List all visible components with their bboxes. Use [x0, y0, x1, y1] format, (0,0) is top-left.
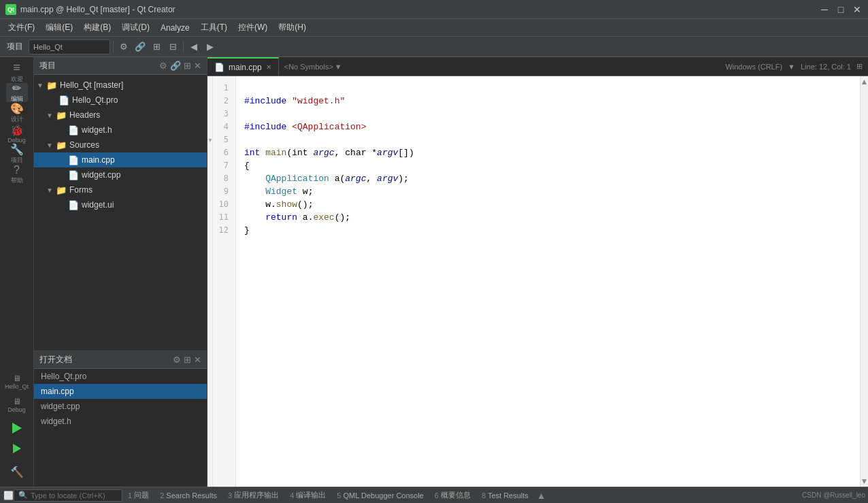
tree-item-hello-qt-root[interactable]: ▼ 📁 Hello_Qt [master] [34, 78, 207, 93]
tab-info: Windows (CRLF) ▼ Line: 12, Col: 1 ⊞ [720, 57, 868, 76]
doc-item-widget-h[interactable]: widget.h [34, 414, 207, 429]
run-icon [12, 423, 22, 434]
edit-icon: ✏ [12, 82, 21, 95]
debug-label: Debug [7, 137, 26, 144]
tree-item-widget-ui[interactable]: 📄 widget.ui [34, 197, 207, 212]
tree-label-forms: Forms [69, 185, 93, 195]
locate-input[interactable] [31, 491, 112, 500]
tree-arrow-root: ▼ [37, 82, 46, 89]
locate-input-container[interactable]: 🔍 [14, 489, 122, 502]
tree-arrow-sources: ▼ [46, 142, 56, 149]
bottom-tab-issues[interactable]: 1 问题 [122, 488, 154, 503]
menu-build[interactable]: 构建(B) [78, 20, 116, 35]
bottom-tab-overview[interactable]: 6 概要信息 [429, 488, 476, 503]
tree-item-widget-h[interactable]: 📄 widget.h [34, 123, 207, 137]
line-num-6: 6 [216, 146, 233, 159]
folder-icon-root: 📁 [46, 80, 57, 91]
line-num-3: 3 [216, 108, 233, 120]
menu-debug[interactable]: 调试(D) [116, 20, 155, 35]
bottom-tab-app-output[interactable]: 3 应用程序输出 [222, 488, 284, 503]
sync-button[interactable]: 🔗 [133, 39, 148, 54]
symbol-selector[interactable]: <No Symbols> ▼ [279, 57, 720, 76]
bottom-tab-qml-debugger[interactable]: 5 QML Debugger Console [331, 488, 429, 503]
sidebar-item-debug-run[interactable]: 🖥 Debug [6, 395, 28, 415]
menu-file[interactable]: 文件(F) [3, 20, 40, 35]
menu-tools[interactable]: 工具(T) [195, 20, 233, 35]
tree-item-sources[interactable]: ▼ 📁 Sources [34, 137, 207, 152]
tree-arrow-forms: ▼ [46, 186, 56, 194]
sidebar-item-hello-qt[interactable]: 🖥 Hello_Qt [6, 372, 28, 391]
open-docs-add-btn[interactable]: ⊞ [184, 355, 191, 365]
maximize-button[interactable]: □ [835, 4, 846, 15]
run-button[interactable] [6, 419, 28, 438]
menu-edit[interactable]: 编辑(E) [40, 20, 78, 35]
design-icon: 🎨 [10, 102, 24, 115]
hello-qt-icon: 🖥 [13, 374, 21, 383]
project-selector[interactable]: Hello_Qt [29, 39, 110, 54]
tree-item-main-cpp[interactable]: 📄 main.cpp [34, 152, 207, 167]
tree-item-hello-qt-pro[interactable]: 📄 Hello_Qt.pro [34, 93, 207, 108]
tree-label-widget-cpp: widget.cpp [82, 170, 120, 180]
sidebar-item-design[interactable]: 🎨 设计 [6, 103, 28, 123]
sidebar-item-edit[interactable]: ✏ 编辑 [6, 83, 28, 102]
open-docs-filter-btn[interactable]: ⚙ [173, 355, 181, 365]
tab-main-cpp[interactable]: 📄 main.cpp ✕ [207, 57, 279, 76]
file-icon-widget-cpp: 📄 [68, 170, 79, 180]
build-button[interactable]: 🔨 [6, 462, 28, 481]
line-num-11: 11 [216, 211, 233, 224]
tree-arrow-headers: ▼ [46, 112, 56, 119]
sidebar-item-projects[interactable]: 🔧 项目 [6, 144, 28, 163]
code-line-12 [244, 238, 250, 248]
tree-item-headers[interactable]: ▼ 📁 Headers [34, 108, 207, 123]
bottom-tab-test-results[interactable]: 8 Test Results [476, 488, 534, 503]
bottom-panel-toggle[interactable]: ⬜ [3, 490, 14, 501]
code-content[interactable]: #include "widget.h" #include <QApplicati… [236, 76, 860, 487]
editor-vscrollbar[interactable]: ▲ ▼ [860, 76, 868, 487]
bottom-more-btn[interactable]: ▲ [537, 490, 546, 501]
close-button[interactable]: ✕ [852, 4, 863, 15]
project-filter-btn[interactable]: ⚙ [159, 61, 167, 71]
open-docs-panel: 打开文档 ⚙ ⊞ ✕ Hello_Qt.pro main.cpp widget.… [34, 351, 207, 487]
sidebar-item-debug[interactable]: 🐞 Debug [6, 124, 28, 143]
symbol-dropdown-icon: ▼ [335, 63, 342, 71]
project-add-btn[interactable]: ⊞ [184, 61, 191, 71]
editor-area: 📄 main.cpp ✕ <No Symbols> ▼ Windows (CRL… [207, 57, 868, 487]
project-sync-btn[interactable]: 🔗 [170, 61, 181, 71]
doc-item-main-cpp[interactable]: main.cpp [34, 384, 207, 399]
main-area: ≡ 欢迎 ✏ 编辑 🎨 设计 🐞 Debug 🔧 项目 ? 帮助 🖥 Hello… [0, 57, 868, 487]
bottom-tab-compile-output[interactable]: 4 编译输出 [284, 488, 331, 503]
tree-label-headers: Headers [69, 110, 100, 120]
tree-item-forms[interactable]: ▼ 📁 Forms [34, 182, 207, 197]
menu-controls[interactable]: 控件(W) [233, 20, 273, 35]
sidebar-item-welcome[interactable]: ≡ 欢迎 [6, 63, 28, 82]
debug-run-button[interactable] [6, 439, 28, 458]
add-subproject-button[interactable]: ⊞ [149, 39, 164, 54]
tree-label-main-cpp: main.cpp [82, 155, 115, 165]
open-docs-close-btn[interactable]: ✕ [194, 355, 201, 365]
sidebar-item-help[interactable]: ? 帮助 [6, 165, 28, 184]
menu-analyze[interactable]: Analyze [155, 22, 195, 34]
line-num-7: 7 [216, 159, 233, 172]
menu-help[interactable]: 帮助(H) [273, 20, 312, 35]
window-title: main.cpp @ Hello_Qt [master] - Qt Creato… [20, 5, 819, 14]
bottom-tab-search-results[interactable]: 2 Search Results [154, 488, 222, 503]
window-controls: ─ □ ✕ [819, 4, 863, 15]
tab-close-btn[interactable]: ✕ [266, 63, 271, 71]
remove-button[interactable]: ⊟ [165, 39, 180, 54]
vscroll-up-btn[interactable]: ▲ [861, 76, 868, 87]
minimize-button[interactable]: ─ [819, 4, 830, 15]
layout-btn[interactable]: ⊞ [856, 62, 863, 71]
vscroll-down-btn[interactable]: ▼ [861, 476, 868, 487]
forward-button[interactable]: ▶ [203, 39, 218, 54]
fold-arrow-line5[interactable]: ▼ [207, 133, 213, 146]
tree-item-widget-cpp[interactable]: 📄 widget.cpp [34, 167, 207, 182]
project-close-btn[interactable]: ✕ [194, 61, 201, 71]
filter-button[interactable]: ⚙ [116, 39, 131, 54]
code-line-3: #include <QApplication> [244, 122, 366, 132]
bottom-panel: ⬜ 🔍 1 问题 2 Search Results 3 应用程序输出 4 编译输… [0, 487, 868, 503]
back-button[interactable]: ◀ [186, 39, 201, 54]
doc-item-hello-qt-pro[interactable]: Hello_Qt.pro [34, 369, 207, 384]
debug-run-label: Debug [7, 406, 26, 413]
file-icon-widget-ui: 📄 [68, 200, 79, 210]
doc-item-widget-cpp[interactable]: widget.cpp [34, 399, 207, 414]
